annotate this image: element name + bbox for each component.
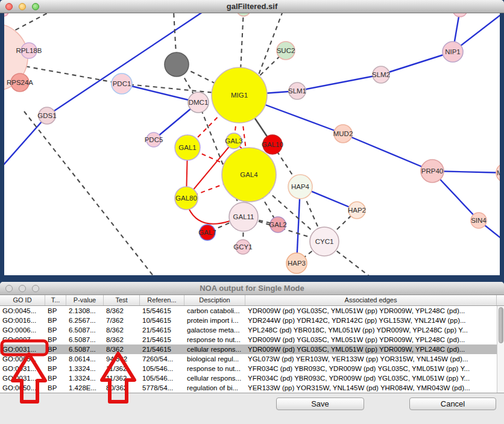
table-cell: 11/362 (104, 373, 140, 383)
network-edge (381, 52, 453, 75)
table-cell: YDR009W (pd) YGL035C, YML051W (pp) YDR00… (245, 335, 497, 344)
table-cell: 1.428E... (66, 383, 104, 393)
table-row[interactable]: GO:0050...BP1.428E...80/3625778/54...reg… (0, 383, 497, 393)
table-cell: 1.3324... (66, 373, 104, 383)
table-cell: regulation of bi... (184, 383, 245, 393)
table-cell: cellular respons... (184, 344, 245, 354)
column-header-test[interactable]: Test (104, 295, 140, 305)
table-cell: YDR244W (pp) YDR142C, YDR142C (pp) YGL15… (245, 316, 497, 325)
table-scrollbar[interactable] (497, 306, 504, 393)
node-label: SUC2 (277, 47, 295, 54)
table-cell: BP (45, 335, 66, 344)
network-edge (343, 134, 432, 171)
table-cell: 6.5087... (66, 335, 104, 344)
table-cell: 8/362 (104, 306, 140, 316)
table-cell: BP (45, 344, 66, 354)
node-unlabeled[interactable] (165, 52, 189, 76)
table-row[interactable]: GO:0031...BP1.3324...11/362105/546...res… (0, 364, 497, 373)
table-cell: 6.5087... (66, 325, 104, 335)
node-label: PRP40 (421, 167, 443, 175)
table-row[interactable]: GO:0045...BP2.1308...8/36215/54615carbon… (0, 306, 497, 316)
node-label: MUD2 (333, 130, 353, 137)
table-cell: 105/546... (140, 364, 184, 373)
network-edge (297, 75, 381, 91)
table-cell: YDR009W (pd) YGL035C, YML051W (pp) YDR00… (245, 306, 497, 316)
table-cell: 10/54615 (140, 316, 184, 325)
table-cell: YGL073W (pd) YER103W, YER133W (pp) YOR31… (245, 354, 497, 364)
dialog-footer: Save Cancel (0, 393, 504, 424)
table-row[interactable]: GO:0065...BP8.0614...94/3627260/54...bio… (0, 354, 497, 364)
table-cell: BP (45, 364, 66, 373)
column-header-associated-edges[interactable]: Associated edges (245, 295, 497, 305)
table-cell: 5778/54... (140, 383, 184, 393)
table-cell: 7/362 (104, 316, 140, 325)
table-cell: 7260/54... (140, 354, 184, 364)
table-cell: cellular respons... (184, 373, 245, 383)
table-row[interactable]: GO:0031...BP6.5087...8/36221/54615cellul… (0, 344, 497, 354)
column-header-desciption[interactable]: Desciption (184, 295, 245, 305)
node-label: GAL11 (233, 213, 254, 220)
save-button[interactable]: Save (276, 398, 364, 410)
network-edge (4, 116, 47, 167)
table-cell: carbon cataboli... (184, 306, 245, 316)
node-label: GAL2 (269, 221, 286, 228)
table-row[interactable]: GO:0006...BP6.5087...8/36221/54615galact… (0, 325, 497, 335)
node-label: RPS24A (7, 79, 33, 86)
node-label: MIG1 (231, 92, 248, 99)
node-label: PDC1 (113, 80, 131, 87)
table-row[interactable]: GO:0031...BP1.3324...11/362105/546...cel… (0, 373, 497, 383)
column-header-p-value[interactable]: P-value (66, 295, 104, 305)
node-unlabeled[interactable] (237, 13, 250, 16)
noa-window-title: NOA output for Single Mode (0, 282, 504, 295)
network-graph: RPL18BRPS24AGDS1PDC1PDC5MIG1DMC1SUC2SLM1… (4, 13, 500, 275)
table-cell: GO:0045... (0, 306, 45, 316)
column-header-referen-[interactable]: Referen... (140, 295, 184, 305)
node-label: GCY1 (233, 243, 252, 251)
table-cell: BP (45, 306, 66, 316)
table-cell: BP (45, 373, 66, 383)
table-cell: YDR009W (pd) YGL035C, YML051W (pp) YDR00… (245, 344, 497, 354)
network-canvas[interactable]: RPL18BRPS24AGDS1PDC1PDC5MIG1DMC1SUC2SLM1… (4, 13, 500, 275)
table-cell: response to nut... (184, 364, 245, 373)
scrollbar-thumb[interactable] (499, 307, 503, 343)
node-unlabeled[interactable] (453, 13, 467, 17)
node-label: GAL1 (178, 144, 196, 151)
node-label: RPL18B (16, 47, 42, 54)
table-cell: biological regul... (184, 354, 245, 364)
node-label: GAL7 (198, 229, 216, 236)
table-cell: 8/362 (104, 335, 140, 344)
node-label: HAP4 (291, 183, 310, 190)
table-cell: BP (45, 383, 66, 393)
table-cell: YER133W (pp) YOR315W, YNL145W (pd) YHR08… (245, 383, 497, 393)
table-cell: 15/54615 (140, 306, 184, 316)
network-edge (189, 208, 230, 224)
node-label: SLM1 (288, 87, 306, 95)
table-cell: GO:0050... (0, 383, 45, 393)
table-cell: galactose meta... (184, 325, 245, 335)
node-label: GDS1 (37, 112, 56, 119)
network-edge (18, 65, 122, 84)
column-header-go-id[interactable]: GO ID (0, 295, 45, 305)
column-header-t-[interactable]: T... (45, 295, 66, 305)
node-label: GAL80 (175, 195, 197, 202)
table-cell: BP (45, 354, 66, 364)
table-cell: 6.2567... (66, 316, 104, 325)
node-label: HAP3 (288, 260, 306, 267)
noa-window-titlebar[interactable]: NOA output for Single Mode (0, 282, 504, 295)
table-cell: BP (45, 325, 66, 335)
cancel-button[interactable]: Cancel (409, 398, 496, 410)
table-row[interactable]: GO:0016...BP6.2567...7/36210/54615protei… (0, 316, 497, 325)
table-cell: 8/362 (104, 344, 140, 354)
table-cell: GO:0031... (0, 373, 45, 383)
network-window-titlebar[interactable]: galFiltered.sif (0, 0, 504, 13)
node-label: GAL4 (240, 171, 258, 178)
table-cell: response to nut... (184, 335, 245, 344)
network-window-title: galFiltered.sif (0, 0, 504, 13)
node-label: MSL5 (497, 169, 500, 176)
node-label: SIN4 (471, 217, 487, 224)
table-row[interactable]: GO:0007...BP6.5087...8/36221/54615respon… (0, 335, 497, 344)
table-cell: YFR034C (pd) YBR093C, YDR009W (pd) YGL03… (245, 373, 497, 383)
node-unlabeled[interactable] (4, 13, 8, 16)
table-cell: GO:0031... (0, 344, 45, 354)
table-cell: 1.3324... (66, 364, 104, 373)
